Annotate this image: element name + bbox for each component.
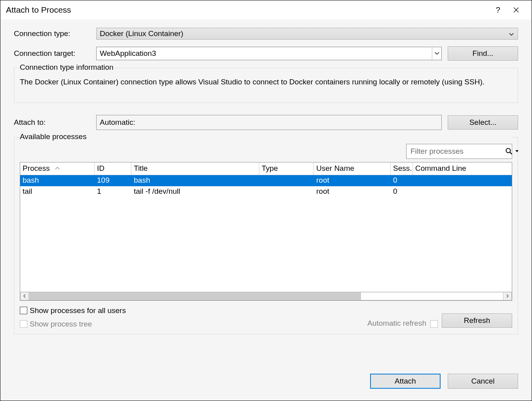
show-process-tree-checkbox — [20, 320, 27, 328]
scroll-right-button[interactable] — [503, 292, 512, 300]
process-table-header[interactable]: Process ID Title Type User Name Sess... … — [20, 162, 512, 175]
window-title: Attach to Process — [6, 5, 490, 15]
titlebar: Attach to Process ? — [0, 0, 532, 19]
svg-point-2 — [506, 148, 511, 153]
svg-marker-4 — [515, 150, 519, 152]
dialog-button-row: Attach Cancel — [0, 363, 532, 401]
show-process-tree-label: Show process tree — [30, 320, 92, 328]
column-header-title[interactable]: Title — [131, 162, 259, 175]
attach-to-value: Automatic: — [96, 115, 442, 130]
sort-ascending-icon — [55, 163, 60, 172]
column-header-user[interactable]: User Name — [314, 162, 391, 175]
automatic-refresh-checkbox[interactable] — [430, 320, 438, 328]
connection-target-value: WebApplication3 — [100, 49, 156, 58]
chevron-down-icon — [432, 47, 441, 60]
available-processes-title: Available processes — [20, 132, 512, 141]
horizontal-scrollbar[interactable] — [20, 292, 512, 300]
connection-info-title: Connection type information — [20, 63, 115, 72]
find-button-label: Find... — [473, 49, 494, 58]
process-table-body[interactable]: bash109bashroot0tail1tail -f /dev/nullro… — [20, 175, 512, 292]
column-header-process[interactable]: Process — [20, 162, 95, 175]
connection-info-group: Connection type information The Docker (… — [14, 68, 518, 103]
dialog-content: Connection type: Docker (Linux Container… — [0, 19, 532, 363]
process-table: Process ID Title Type User Name Sess... … — [20, 162, 512, 301]
filter-processes-text[interactable] — [410, 147, 505, 156]
filter-processes-input[interactable] — [406, 144, 512, 159]
show-all-users-label: Show processes for all users — [30, 306, 126, 315]
svg-line-3 — [510, 152, 512, 154]
column-header-session[interactable]: Sess... — [391, 162, 413, 175]
automatic-refresh-label: Automatic refresh — [367, 319, 426, 328]
attach-to-process-dialog: Attach to Process ? Connection type: Doc… — [0, 0, 532, 401]
connection-type-label: Connection type: — [14, 29, 96, 38]
select-button-label: Select... — [469, 118, 497, 127]
attach-button[interactable]: Attach — [370, 374, 441, 389]
connection-type-dropdown[interactable]: Docker (Linux Container) — [96, 28, 518, 40]
show-all-users-checkbox[interactable] — [20, 307, 27, 314]
attach-button-label: Attach — [395, 377, 416, 386]
cancel-button[interactable]: Cancel — [448, 374, 518, 389]
select-button[interactable]: Select... — [448, 115, 518, 130]
table-row[interactable]: bash109bashroot0 — [20, 175, 512, 186]
close-icon — [513, 7, 519, 13]
chevron-down-icon — [509, 29, 514, 38]
connection-target-combo[interactable]: WebApplication3 — [96, 47, 442, 60]
connection-target-label: Connection target: — [14, 49, 96, 58]
attach-to-label: Attach to: — [14, 118, 96, 127]
find-button[interactable]: Find... — [448, 46, 518, 61]
refresh-button-label: Refresh — [464, 316, 490, 325]
help-button[interactable]: ? — [490, 2, 506, 18]
search-icon[interactable] — [505, 147, 519, 155]
column-header-type[interactable]: Type — [259, 162, 314, 175]
connection-type-value: Docker (Linux Container) — [100, 29, 183, 38]
chevron-down-icon — [515, 150, 519, 153]
column-header-command-line[interactable]: Command Line — [413, 162, 512, 175]
column-header-id[interactable]: ID — [95, 162, 131, 175]
scrollbar-thumb[interactable] — [29, 292, 361, 300]
scrollbar-track[interactable] — [29, 292, 503, 300]
scroll-left-button[interactable] — [20, 292, 29, 300]
close-button[interactable] — [506, 2, 526, 18]
connection-info-text: The Docker (Linux Container) connection … — [20, 77, 512, 88]
available-processes-group: Available processes — [14, 137, 518, 334]
table-row[interactable]: tail1tail -f /dev/nullroot0 — [20, 186, 512, 197]
refresh-button[interactable]: Refresh — [442, 313, 512, 328]
cancel-button-label: Cancel — [471, 377, 494, 386]
